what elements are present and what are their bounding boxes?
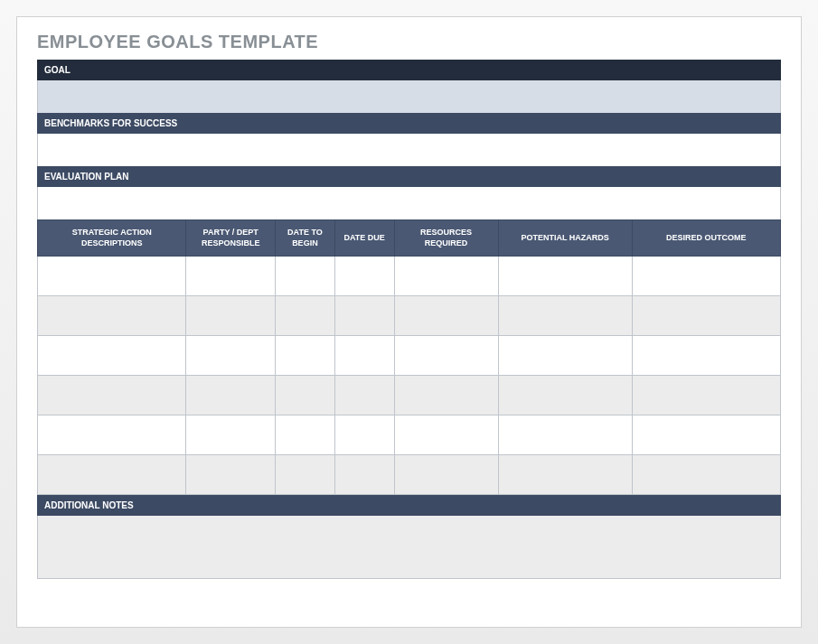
cell[interactable] <box>394 257 498 296</box>
table-row <box>38 376 781 415</box>
cell[interactable] <box>334 376 394 415</box>
cell[interactable] <box>498 455 632 495</box>
cell[interactable] <box>276 336 335 376</box>
action-table: STRATEGIC ACTION DESCRIPTIONS PARTY / DE… <box>37 219 781 495</box>
cell[interactable] <box>334 415 394 455</box>
cell[interactable] <box>38 336 186 376</box>
cell[interactable] <box>394 296 498 336</box>
col-header-date-due: DATE DUE <box>334 220 394 257</box>
evaluation-header: EVALUATION PLAN <box>37 166 781 187</box>
notes-input[interactable] <box>37 516 781 579</box>
goal-input[interactable] <box>37 80 781 113</box>
table-row <box>38 296 781 336</box>
cell[interactable] <box>38 455 186 495</box>
cell[interactable] <box>276 296 335 336</box>
col-header-hazards: POTENTIAL HAZARDS <box>498 220 632 257</box>
table-body <box>38 257 781 495</box>
cell[interactable] <box>186 296 276 336</box>
cell[interactable] <box>38 296 186 336</box>
cell[interactable] <box>632 336 780 376</box>
cell[interactable] <box>276 257 335 296</box>
cell[interactable] <box>186 415 276 455</box>
cell[interactable] <box>632 415 780 455</box>
cell[interactable] <box>186 336 276 376</box>
cell[interactable] <box>334 336 394 376</box>
cell[interactable] <box>394 415 498 455</box>
col-header-outcome: DESIRED OUTCOME <box>632 220 780 257</box>
col-header-date-begin: DATE TO BEGIN <box>276 220 335 257</box>
cell[interactable] <box>632 455 780 495</box>
table-row <box>38 336 781 376</box>
table-row <box>38 455 781 495</box>
cell[interactable] <box>498 296 632 336</box>
cell[interactable] <box>186 455 276 495</box>
template-sheet: EMPLOYEE GOALS TEMPLATE GOAL BENCHMARKS … <box>16 16 802 628</box>
cell[interactable] <box>38 376 186 415</box>
cell[interactable] <box>394 455 498 495</box>
table-row <box>38 257 781 296</box>
col-header-strategic: STRATEGIC ACTION DESCRIPTIONS <box>38 220 186 257</box>
cell[interactable] <box>394 336 498 376</box>
cell[interactable] <box>498 336 632 376</box>
table-row <box>38 415 781 455</box>
benchmarks-header: BENCHMARKS FOR SUCCESS <box>37 113 781 134</box>
page-title: EMPLOYEE GOALS TEMPLATE <box>37 32 781 52</box>
cell[interactable] <box>276 455 335 495</box>
table-header-row: STRATEGIC ACTION DESCRIPTIONS PARTY / DE… <box>38 220 781 257</box>
cell[interactable] <box>186 257 276 296</box>
cell[interactable] <box>632 257 780 296</box>
cell[interactable] <box>498 376 632 415</box>
cell[interactable] <box>498 415 632 455</box>
cell[interactable] <box>334 296 394 336</box>
cell[interactable] <box>276 415 335 455</box>
cell[interactable] <box>186 376 276 415</box>
cell[interactable] <box>632 376 780 415</box>
cell[interactable] <box>38 257 186 296</box>
cell[interactable] <box>334 455 394 495</box>
cell[interactable] <box>632 296 780 336</box>
col-header-party: PARTY / DEPT RESPONSIBLE <box>186 220 276 257</box>
col-header-resources: RESOURCES REQUIRED <box>394 220 498 257</box>
cell[interactable] <box>394 376 498 415</box>
cell[interactable] <box>276 376 335 415</box>
cell[interactable] <box>498 257 632 296</box>
cell[interactable] <box>334 257 394 296</box>
notes-header: ADDITIONAL NOTES <box>37 495 781 516</box>
benchmarks-input[interactable] <box>37 134 781 166</box>
evaluation-input[interactable] <box>37 187 781 219</box>
goal-header: GOAL <box>37 60 781 80</box>
cell[interactable] <box>38 415 186 455</box>
